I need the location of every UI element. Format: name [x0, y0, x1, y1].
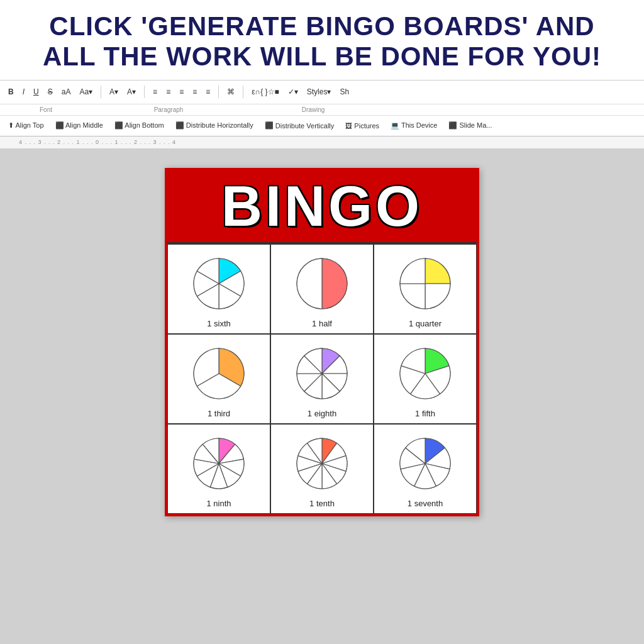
align-left-button[interactable]: ≡	[150, 86, 160, 97]
more1-button[interactable]: ⌘	[224, 86, 238, 97]
bingo-cell-label: 1 sixth	[207, 319, 231, 328]
bingo-cell-label: 1 seventh	[408, 499, 443, 508]
bingo-cell: 1 sixth	[167, 244, 270, 334]
toolbar-row2: ⬆ Align Top ⬛ Align Middle ⬛ Align Botto…	[0, 116, 644, 136]
share-button[interactable]: Sh	[336, 86, 352, 97]
bingo-cell: 1 ninth	[167, 424, 270, 514]
font-size-button[interactable]: aA	[58, 86, 74, 97]
sep4	[243, 86, 243, 98]
pie-chart	[291, 252, 353, 315]
align-bottom-button[interactable]: ⬛ Align Bottom	[111, 120, 167, 131]
styles-button[interactable]: Styles▾	[304, 86, 335, 97]
justify-button[interactable]: ≡	[189, 86, 200, 97]
highlight-button[interactable]: A▾	[106, 86, 121, 97]
curly-button[interactable]: ε∩{ }☆■	[248, 86, 282, 97]
italic-button[interactable]: I	[19, 86, 28, 97]
bingo-cell: 1 seventh	[374, 424, 477, 514]
sep1	[101, 86, 101, 98]
bingo-grid: 1 sixth 1 half 1 quarter 1 third 1 eight…	[167, 242, 477, 514]
pie-chart	[291, 342, 353, 405]
pie-chart	[291, 432, 353, 495]
bingo-cell: 1 half	[270, 244, 374, 334]
align-middle-button[interactable]: ⬛ Align Middle	[52, 120, 106, 131]
toolbar-area: B I U S aA Aa▾ A▾ A▾ ≡ ≡ ≡ ≡ ≡ ⌘ ε∩{ }☆■…	[0, 80, 644, 136]
this-device-button[interactable]: 💻 This Device	[387, 120, 440, 131]
header-title: CLICK 'GENERATE BINGO BOARDS' AND ALL TH…	[19, 11, 625, 72]
bingo-cell-label: 1 ninth	[206, 499, 231, 508]
bingo-cell-label: 1 quarter	[409, 319, 441, 328]
bingo-cell: 1 tenth	[270, 424, 374, 514]
check-button[interactable]: ✓▾	[285, 86, 301, 97]
list-button[interactable]: ≡	[203, 86, 213, 97]
distribute-vertically-label: Distribute Vertically	[275, 122, 335, 130]
bold-button[interactable]: B	[5, 86, 17, 97]
bingo-cell: 1 quarter	[374, 244, 477, 334]
sep2	[144, 86, 145, 98]
slide-master-button[interactable]: ⬛ Slide Ma...	[445, 120, 495, 131]
pie-chart	[187, 432, 250, 495]
bingo-card: BINGO 1 sixth 1 half 1 quarter 1 third 1…	[165, 168, 479, 516]
pie-chart	[187, 342, 250, 405]
ruler: 4 . . . 3 . . . 2 . . . 1 . . . 0 . . . …	[0, 136, 644, 149]
ruler-text: 4 . . . 3 . . . 2 . . . 1 . . . 0 . . . …	[19, 139, 176, 145]
paragraph-label: Paragraph	[112, 106, 225, 113]
align-top-button[interactable]: ⬆ Align Top	[5, 120, 47, 131]
bingo-title: BINGO	[174, 178, 470, 235]
title-line2: ALL THE WORK WILL BE DONE FOR YOU!	[43, 42, 601, 71]
drawing-label: Drawing	[275, 106, 351, 113]
font-label: Font	[5, 106, 87, 113]
pictures-button[interactable]: 🖼 Pictures	[342, 121, 382, 131]
pie-chart	[394, 432, 457, 495]
header: CLICK 'GENERATE BINGO BOARDS' AND ALL TH…	[0, 0, 644, 80]
bingo-cell: 1 eighth	[270, 334, 374, 424]
title-line1: CLICK 'GENERATE BINGO BOARDS' AND	[49, 11, 594, 41]
distribute-horizontally-button[interactable]: ⬛ Distribute Horizontally	[172, 120, 257, 131]
sep3	[218, 86, 219, 98]
bingo-cell: 1 fifth	[374, 334, 477, 424]
distribute-vertically-button[interactable]: ⬛ Distribute Vertically	[262, 120, 338, 131]
pie-chart	[394, 342, 457, 405]
main-content: BINGO 1 sixth 1 half 1 quarter 1 third 1…	[0, 149, 644, 644]
align-right-button[interactable]: ≡	[176, 86, 187, 97]
pie-chart	[187, 252, 250, 315]
font-aa-button[interactable]: Aa▾	[76, 86, 96, 97]
bingo-cell-label: 1 eighth	[308, 409, 336, 418]
bingo-cell-label: 1 fifth	[415, 409, 435, 418]
font-color-button[interactable]: A▾	[124, 86, 139, 97]
bingo-cell-label: 1 third	[208, 409, 230, 418]
bingo-header: BINGO	[167, 170, 477, 242]
strikethrough-button[interactable]: S	[45, 86, 56, 97]
bingo-cell-label: 1 half	[312, 319, 332, 328]
pie-chart	[394, 252, 457, 315]
bingo-cell-label: 1 tenth	[309, 499, 335, 508]
toolbar-row1: B I U S aA Aa▾ A▾ A▾ ≡ ≡ ≡ ≡ ≡ ⌘ ε∩{ }☆■…	[0, 80, 644, 104]
align-center-button[interactable]: ≡	[163, 86, 174, 97]
bingo-cell: 1 third	[167, 334, 270, 424]
underline-button[interactable]: U	[30, 86, 42, 97]
